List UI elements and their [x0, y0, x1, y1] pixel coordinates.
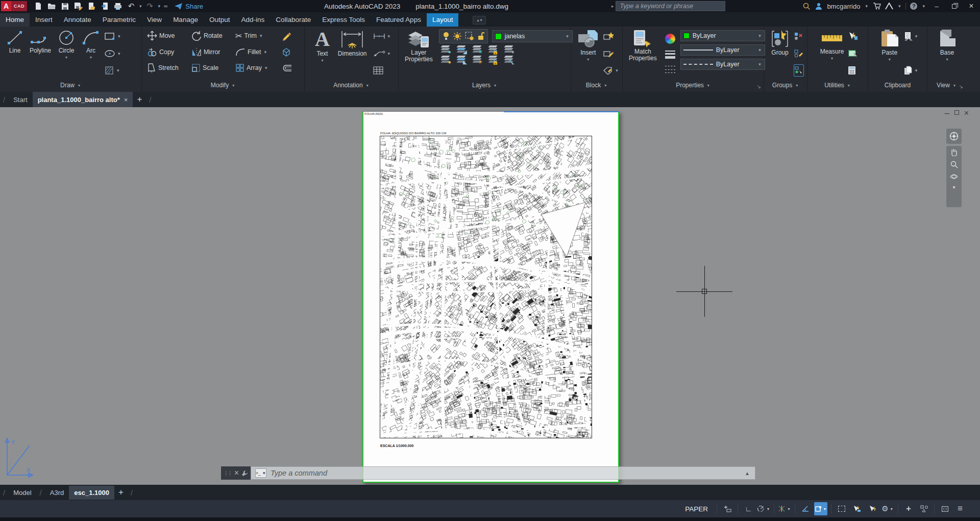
paste-button[interactable]: Paste ▾: [877, 28, 902, 79]
ellipse-tool[interactable]: ▾: [104, 47, 121, 60]
panel-label-modify[interactable]: Modify▾: [142, 79, 304, 92]
file-tab-start[interactable]: Start: [8, 93, 32, 107]
array-dropdown-arrow[interactable]: ▾: [264, 65, 268, 70]
redo-dropdown-arrow[interactable]: ▾: [157, 4, 162, 9]
paste-dropdown-arrow[interactable]: ▾: [888, 57, 892, 62]
fillet-tool[interactable]: Fillet ▾: [235, 45, 276, 59]
panel-label-view[interactable]: View▾↘: [927, 79, 966, 92]
layer-freeze-tool[interactable]: ✳: [473, 45, 482, 54]
select-similar-tool[interactable]: [848, 47, 858, 60]
layer-unlock-all-tool[interactable]: 🔓: [488, 56, 498, 64]
leader-tool[interactable]: ▾: [373, 47, 391, 60]
drag-grip-icon[interactable]: ⋮⋮: [224, 470, 232, 476]
copy-tool[interactable]: Copy: [147, 45, 186, 59]
lineweight-icon[interactable]: [665, 51, 675, 59]
insert-dropdown-arrow[interactable]: ▾: [586, 57, 590, 62]
ribbon-collapse-button[interactable]: ▴▾: [473, 16, 486, 24]
table-tool[interactable]: [373, 64, 391, 77]
stretch-tool[interactable]: Stretch: [147, 61, 186, 75]
panel-label-groups[interactable]: Groups▾: [764, 79, 807, 92]
lineweight-dropdown[interactable]: ByLayer ▾: [680, 44, 765, 56]
drawing-restore-button[interactable]: [954, 110, 959, 115]
layer-off-tool[interactable]: ●: [441, 45, 450, 54]
layer-isolate-tool[interactable]: ◢: [457, 45, 466, 54]
layer-thaw-sun-icon[interactable]: [453, 32, 462, 41]
layer-lock-tool[interactable]: 🔒: [488, 45, 498, 54]
customization-gear-button[interactable]: ⚙ ▾: [881, 502, 894, 515]
ortho-mode-toggle[interactable]: ∟: [742, 502, 755, 515]
new-layout-button[interactable]: +: [118, 487, 124, 498]
ribbon-tab-insert[interactable]: Insert: [30, 13, 58, 27]
ellipse-dropdown-arrow[interactable]: ▾: [117, 51, 121, 56]
minimize-button[interactable]: –: [930, 1, 943, 12]
new-drawing-tab-button[interactable]: +: [137, 94, 142, 105]
viewport-border-top[interactable]: [504, 111, 619, 112]
city-map-drawing[interactable]: [380, 136, 592, 438]
help-button[interactable]: ?: [910, 3, 917, 10]
cart-icon[interactable]: [873, 3, 881, 10]
line-tool[interactable]: Line: [3, 28, 27, 79]
object-color-dropdown[interactable]: ByLayer ▾: [680, 30, 765, 41]
customize-qat-button[interactable]: ≂: [162, 3, 169, 10]
autocad-logo-icon[interactable]: A: [1, 1, 11, 11]
pan-hand-icon[interactable]: [950, 148, 958, 156]
isometric-drafting-toggle[interactable]: ▾: [778, 502, 791, 515]
command-line-grip[interactable]: ⋮⋮ ×: [221, 466, 251, 480]
autocad-cad-badge[interactable]: CAD: [11, 1, 27, 11]
ribbon-tab-parametric[interactable]: Parametric: [97, 13, 141, 27]
trim-tool[interactable]: ✂ Trim ▾: [235, 29, 276, 42]
base-view-button[interactable]: Base ▾: [934, 28, 961, 79]
circle-dropdown-arrow[interactable]: ▾: [64, 55, 68, 60]
copyclip-dropdown-arrow[interactable]: ▾: [914, 68, 919, 73]
redo-button[interactable]: ↷: [144, 1, 156, 12]
command-prompt-icon[interactable]: >_▾: [255, 468, 266, 478]
fillet-dropdown-arrow[interactable]: ▾: [263, 49, 267, 55]
save-to-web-mobile-button[interactable]: [85, 1, 97, 12]
command-history-arrow[interactable]: ▲: [745, 470, 751, 476]
panel-label-block[interactable]: Block▾: [571, 79, 622, 92]
base-dropdown-arrow[interactable]: ▾: [945, 57, 949, 62]
measure-dropdown-arrow[interactable]: ▾: [830, 56, 834, 61]
make-current-tool[interactable]: ●: [504, 45, 513, 54]
polyline-tool[interactable]: Polyline: [27, 28, 54, 79]
search-flyout-arrow[interactable]: ▸: [611, 4, 614, 9]
panel-label-utilities[interactable]: Utilities▾: [807, 79, 868, 92]
hatch-tool[interactable]: ▾: [104, 64, 121, 77]
undo-dropdown-arrow[interactable]: ▾: [138, 4, 143, 9]
layer-unlock-icon[interactable]: [477, 32, 484, 41]
close-button[interactable]: ×: [965, 1, 978, 12]
quick-select-tool[interactable]: [848, 30, 858, 42]
properties-dialog-launcher[interactable]: ↘: [757, 84, 761, 89]
text-dropdown-arrow[interactable]: ▾: [320, 58, 324, 63]
full-navigation-wheel-button[interactable]: [946, 129, 962, 144]
match-properties-button[interactable]: Match Properties: [626, 28, 660, 79]
ribbon-tab-annotate[interactable]: Annotate: [58, 13, 97, 27]
object-snap-tracking-toggle[interactable]: [799, 502, 812, 515]
clean-screen-button[interactable]: [938, 502, 951, 515]
snap-mode-toggle[interactable]: [721, 502, 734, 515]
circle-tool[interactable]: Circle ▾: [54, 28, 79, 79]
layout-paper[interactable]: FOLHA A0(A) FOLHA: ESQUISSO DO BAIRRO AL…: [362, 111, 619, 483]
drawing-close-button[interactable]: ×: [964, 109, 969, 118]
ribbon-tab-featured-apps[interactable]: Featured Apps: [371, 13, 427, 27]
zoom-icon[interactable]: [950, 160, 958, 168]
ribbon-tab-express-tools[interactable]: Express Tools: [316, 13, 371, 27]
autodesk-logo-icon[interactable]: [885, 3, 893, 10]
save-as-button[interactable]: [72, 1, 84, 12]
search-input[interactable]: [616, 1, 725, 11]
edit-block-tool[interactable]: [603, 47, 619, 60]
command-input-area[interactable]: >_▾ ▲: [251, 466, 755, 480]
quick-calculator-tool[interactable]: [848, 64, 858, 77]
status-bar-menu-button[interactable]: ≡: [953, 502, 967, 515]
layer-walk-tool[interactable]: ☀: [473, 56, 482, 64]
share-button[interactable]: Share: [174, 3, 203, 10]
ribbon-tab-addins[interactable]: Add-ins: [235, 13, 270, 27]
arc-dropdown-arrow[interactable]: ▾: [89, 55, 93, 60]
restore-button[interactable]: [947, 1, 961, 12]
customize-wrench-icon[interactable]: [241, 470, 248, 477]
arc-tool[interactable]: Arc ▾: [79, 28, 103, 79]
measure-button[interactable]: Measure ▾: [817, 28, 847, 79]
file-tab-close-icon[interactable]: ×: [124, 96, 128, 104]
file-tab-current[interactable]: planta_1.1000_bairro alto* ×: [33, 92, 133, 107]
cut-tool[interactable]: ▾: [903, 30, 919, 42]
